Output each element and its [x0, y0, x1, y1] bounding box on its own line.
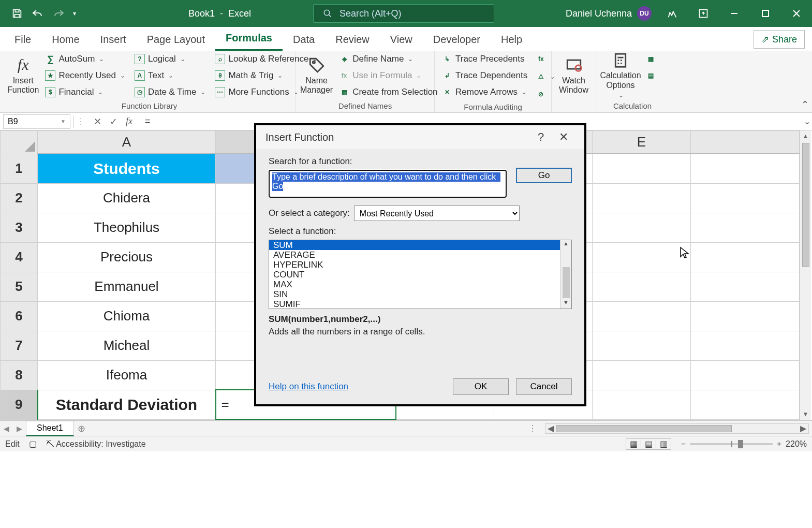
save-icon[interactable]: [7, 0, 27, 27]
financial-button[interactable]: $Financial⌄: [42, 85, 128, 99]
hscroll-thumb[interactable]: [556, 425, 732, 432]
close-button[interactable]: [781, 0, 812, 27]
redo-icon[interactable]: [49, 0, 68, 27]
tab-developer[interactable]: Developer: [423, 28, 491, 51]
insert-function-icon[interactable]: fx: [126, 116, 132, 127]
row-header-8[interactable]: 8: [1, 360, 38, 390]
cell-a6[interactable]: Chioma: [38, 301, 216, 331]
list-item[interactable]: MAX: [269, 280, 560, 289]
search-box[interactable]: Search (Alt+Q): [313, 4, 494, 23]
row-header-6[interactable]: 6: [1, 301, 38, 331]
recently-used-button[interactable]: ★Recently Used⌄: [42, 68, 128, 83]
search-function-input[interactable]: [269, 170, 507, 198]
cancel-button[interactable]: Cancel: [516, 378, 572, 395]
macro-record-icon[interactable]: ▢: [29, 439, 37, 449]
tab-insert[interactable]: Insert: [90, 28, 137, 51]
go-button[interactable]: Go: [516, 168, 572, 183]
autosum-button[interactable]: ∑AutoSum⌄: [42, 52, 128, 66]
accessibility-status[interactable]: ⛏ Accessibility: Investigate: [46, 439, 146, 449]
zoom-level[interactable]: 220%: [786, 439, 807, 449]
list-item[interactable]: SUM: [269, 240, 560, 250]
zoom-out-icon[interactable]: −: [681, 439, 685, 449]
calculation-options-button[interactable]: Calculation Options⌄: [600, 52, 641, 99]
maximize-button[interactable]: [750, 0, 781, 27]
share-button[interactable]: ⇗Share: [754, 30, 805, 49]
list-item[interactable]: AVERAGE: [269, 250, 560, 260]
tab-view[interactable]: View: [380, 28, 423, 51]
coming-soon-icon[interactable]: [657, 0, 688, 27]
row-header-5[interactable]: 5: [1, 272, 38, 301]
vertical-scrollbar[interactable]: ▲ ▼: [800, 130, 811, 420]
cell-a3[interactable]: Theophilus: [38, 213, 216, 242]
remove-arrows-button[interactable]: ✕Remove Arrows⌄: [439, 85, 530, 99]
row-header-7[interactable]: 7: [1, 331, 38, 360]
collapse-ribbon-icon[interactable]: ⌃: [801, 99, 809, 110]
list-item[interactable]: HYPERLINK: [269, 260, 560, 270]
view-buttons[interactable]: ▦▤▥: [626, 438, 671, 450]
cell-a8[interactable]: Ifeoma: [38, 360, 216, 390]
date-time-button[interactable]: ◷Date & Time⌄: [131, 85, 209, 99]
cancel-formula-icon[interactable]: ✕: [94, 116, 101, 127]
list-item[interactable]: COUNT: [269, 270, 560, 280]
scroll-left-icon[interactable]: ◀: [545, 423, 556, 433]
dialog-close-button[interactable]: ✕: [552, 130, 575, 144]
normal-view-icon[interactable]: ▦: [626, 438, 641, 450]
watch-window-button[interactable]: Watch Window: [556, 52, 592, 99]
select-all[interactable]: [1, 131, 38, 154]
cell-a7[interactable]: Micheal: [38, 331, 216, 360]
cell-a9[interactable]: Standard Deviation: [38, 390, 216, 419]
minimize-button[interactable]: [719, 0, 750, 27]
qat-customize-icon[interactable]: ▾: [69, 0, 80, 27]
horizontal-scrollbar[interactable]: ◀ ▶: [545, 423, 809, 434]
trace-dependents-button[interactable]: ↲Trace Dependents: [439, 68, 530, 83]
zoom-slider[interactable]: [690, 443, 773, 445]
sheet-tab-sheet1[interactable]: Sheet1: [26, 421, 74, 436]
list-item[interactable]: SUMIF: [269, 299, 560, 309]
create-from-selection-button[interactable]: ▦Create from Selection: [336, 85, 440, 99]
ribbon-display-icon[interactable]: [688, 0, 719, 27]
row-header-9[interactable]: 9: [1, 390, 38, 419]
ok-button[interactable]: OK: [453, 378, 509, 395]
undo-icon[interactable]: [28, 0, 48, 27]
list-scrollbar[interactable]: ▲▼: [560, 240, 571, 309]
expand-formula-bar-icon[interactable]: ⌄: [802, 116, 812, 126]
logical-button[interactable]: ?Logical⌄: [131, 52, 209, 66]
page-break-view-icon[interactable]: ▥: [656, 438, 671, 450]
tab-data[interactable]: Data: [283, 28, 325, 51]
tab-home[interactable]: Home: [41, 28, 90, 51]
sheet-nav[interactable]: ◀▶: [0, 424, 26, 433]
cell-a2[interactable]: Chidera: [38, 183, 216, 213]
new-sheet-button[interactable]: ⊕: [74, 423, 90, 434]
row-header-1[interactable]: 1: [1, 154, 38, 183]
cell-a5[interactable]: Emmanuel: [38, 272, 216, 301]
scroll-down-icon[interactable]: ▼: [800, 408, 811, 420]
tab-review[interactable]: Review: [325, 28, 380, 51]
calculate-sheet-button[interactable]: ▤: [644, 68, 657, 83]
zoom-in-icon[interactable]: +: [777, 439, 781, 449]
sheet-split-icon[interactable]: ⋮: [528, 423, 537, 433]
insert-function-button[interactable]: fx Insert Function: [7, 52, 39, 99]
help-link[interactable]: Help on this function: [269, 382, 348, 392]
function-list[interactable]: SUM AVERAGE HYPERLINK COUNT MAX SIN SUMI…: [269, 240, 560, 309]
define-name-button[interactable]: ◈Define Name⌄: [336, 52, 440, 66]
user-account[interactable]: Daniel Uchenna DU: [566, 6, 652, 21]
scroll-right-icon[interactable]: ▶: [798, 423, 808, 433]
col-header-a[interactable]: A: [38, 131, 216, 154]
col-header-e[interactable]: E: [593, 131, 691, 154]
dialog-help-button[interactable]: ?: [529, 130, 552, 144]
row-header-2[interactable]: 2: [1, 183, 38, 213]
zoom-control[interactable]: − + 220%: [681, 439, 807, 449]
tab-formulas[interactable]: Formulas: [215, 27, 283, 51]
name-box[interactable]: B9▼: [3, 114, 70, 129]
row-header-3[interactable]: 3: [1, 213, 38, 242]
cell-a4[interactable]: Precious: [38, 242, 216, 272]
use-in-formula-button[interactable]: fxUse in Formula⌄: [336, 68, 440, 83]
page-layout-view-icon[interactable]: ▤: [641, 438, 656, 450]
enter-formula-icon[interactable]: ✓: [110, 116, 117, 127]
row-header-4[interactable]: 4: [1, 242, 38, 272]
scroll-thumb[interactable]: [802, 143, 809, 267]
tab-page-layout[interactable]: Page Layout: [137, 28, 215, 51]
tab-help[interactable]: Help: [491, 28, 533, 51]
scroll-up-icon[interactable]: ▲: [800, 130, 811, 142]
category-select[interactable]: Most Recently Used: [354, 206, 520, 221]
